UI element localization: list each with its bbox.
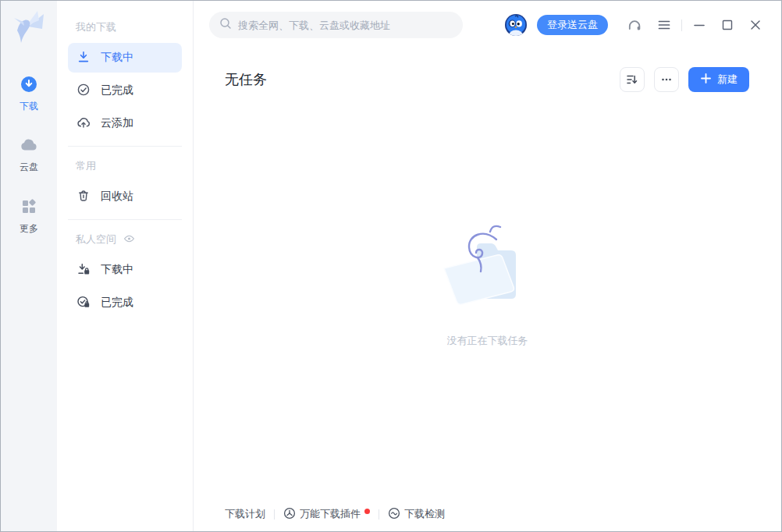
topbar: 登录送云盘 xyxy=(194,1,781,49)
sidebar-item-private-completed[interactable]: 已完成 xyxy=(68,288,182,317)
sidebar-item-completed[interactable]: 已完成 xyxy=(68,76,182,105)
page-title: 无任务 xyxy=(225,70,267,89)
topbar-right: 登录送云盘 xyxy=(505,14,763,36)
plus-icon xyxy=(700,73,712,87)
sidebar-item-label: 已完成 xyxy=(101,83,133,98)
rail-label: 云盘 xyxy=(20,161,38,174)
rail-nav: 下载 云盘 更多 xyxy=(20,76,38,236)
rail-label: 下载 xyxy=(20,100,38,113)
avatar[interactable] xyxy=(505,14,527,36)
new-task-button[interactable]: 新建 xyxy=(688,67,749,92)
sidebar-item-private-downloading[interactable]: 下载中 xyxy=(68,255,182,285)
rail-item-more[interactable]: 更多 xyxy=(20,198,38,236)
download-icon xyxy=(76,50,91,66)
divider xyxy=(681,20,682,31)
sidebar-section-common: 常用 xyxy=(76,159,174,173)
left-rail: 下载 云盘 更多 xyxy=(1,1,57,531)
download-detect-link[interactable]: 下载检测 xyxy=(388,507,445,522)
sidebar-item-label: 云添加 xyxy=(101,116,133,130)
new-task-label: 新建 xyxy=(717,73,738,87)
footer-bar: 下载计划 万能下载插件 xyxy=(194,497,781,531)
divider xyxy=(68,146,182,147)
divider xyxy=(68,219,182,220)
rail-item-download[interactable]: 下载 xyxy=(20,76,38,113)
sidebar: 我的下载 下载中 已完成 xyxy=(57,1,194,531)
minimize-button[interactable] xyxy=(691,17,707,33)
menu-icon[interactable] xyxy=(656,17,672,33)
grid-more-icon xyxy=(20,198,37,218)
main-area: 登录送云盘 xyxy=(194,1,781,531)
download-circle-icon xyxy=(20,76,37,96)
rail-label: 更多 xyxy=(20,222,38,236)
eye-icon[interactable] xyxy=(123,234,135,246)
plugin-icon xyxy=(283,507,296,522)
empty-folder-illustration xyxy=(433,218,542,314)
section-header-label: 我的下载 xyxy=(76,20,116,34)
trash-icon xyxy=(76,189,91,205)
login-button[interactable]: 登录送云盘 xyxy=(537,15,608,35)
check-circle-icon xyxy=(76,83,91,99)
maximize-button[interactable] xyxy=(720,17,735,33)
detect-icon xyxy=(388,507,400,522)
download-lock-icon xyxy=(76,262,91,278)
section-header-label: 常用 xyxy=(76,159,96,173)
headset-icon[interactable] xyxy=(626,16,643,34)
sidebar-item-label: 下载中 xyxy=(101,51,133,65)
sort-button[interactable] xyxy=(620,67,645,92)
rail-item-cloud-drive[interactable]: 云盘 xyxy=(20,137,38,174)
check-lock-icon xyxy=(76,295,91,311)
content-header: 无任务 xyxy=(194,49,781,92)
notification-dot xyxy=(364,509,370,514)
sidebar-item-downloading[interactable]: 下载中 xyxy=(68,43,182,73)
search-box[interactable] xyxy=(209,12,463,38)
xunlei-logo xyxy=(9,8,48,50)
sidebar-item-label: 回收站 xyxy=(101,190,133,204)
header-actions: 新建 xyxy=(620,67,749,92)
sidebar-item-label: 下载中 xyxy=(101,263,133,277)
empty-state: 没有正在下载任务 xyxy=(194,92,781,497)
empty-state-text: 没有正在下载任务 xyxy=(447,334,528,348)
close-button[interactable] xyxy=(748,17,763,33)
download-plan-link[interactable]: 下载计划 xyxy=(225,507,265,521)
search-icon xyxy=(219,17,232,33)
app-window: 下载 云盘 更多 xyxy=(0,0,782,532)
divider xyxy=(274,509,275,520)
detect-label: 下载检测 xyxy=(404,507,445,521)
sidebar-item-label: 已完成 xyxy=(101,296,133,310)
download-plugin-link[interactable]: 万能下载插件 xyxy=(283,507,370,522)
sidebar-section-private-space: 私人空间 xyxy=(76,232,174,246)
sidebar-section-my-downloads: 我的下载 xyxy=(76,1,174,34)
sidebar-item-cloud-add[interactable]: 云添加 xyxy=(68,108,182,138)
divider xyxy=(379,509,379,520)
plugin-label: 万能下载插件 xyxy=(300,507,361,521)
sidebar-item-recycle-bin[interactable]: 回收站 xyxy=(68,182,182,211)
cloud-icon xyxy=(20,137,38,157)
section-header-label: 私人空间 xyxy=(76,232,116,246)
download-plan-label: 下载计划 xyxy=(225,507,265,521)
more-actions-button[interactable] xyxy=(654,67,679,92)
search-input[interactable] xyxy=(238,20,453,31)
cloud-add-icon xyxy=(76,115,91,132)
